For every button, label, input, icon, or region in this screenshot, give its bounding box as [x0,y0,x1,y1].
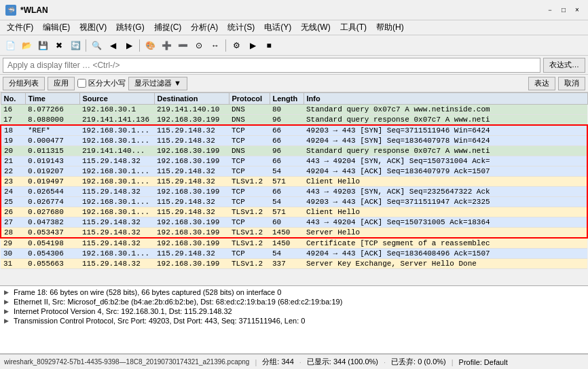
table-row[interactable]: 310.055663115.29.148.32192.168.30.199TLS… [1,259,587,269]
table-cell: 22 [1,166,25,177]
toolbar-sep-1 [86,39,86,52]
packet-list-button[interactable]: 分组列表 [3,77,45,90]
expression-button[interactable]: 衣达式… [543,58,585,73]
open-button[interactable]: 📂 [19,38,34,53]
expression-btn2[interactable]: 表达 [528,77,555,90]
prev-button[interactable]: ◀ [105,38,120,53]
apply-button[interactable]: 应用 [48,77,75,90]
table-cell: 192.168.30.199 [154,115,229,126]
table-cell: 23 [1,177,25,187]
table-row[interactable]: 240.026544115.29.148.32192.168.30.199TCP… [1,187,587,197]
save-button[interactable]: 💾 [35,38,50,53]
table-cell: TLSv1.2 [229,238,270,249]
reload-button[interactable]: 🔄 [68,38,83,53]
table-row[interactable]: 220.019207192.168.30.1...115.29.148.32TC… [1,166,587,177]
zoom-out-button[interactable]: ➖ [175,38,190,53]
table-row[interactable]: 230.019497192.168.30.1...115.29.148.32TL… [1,177,587,187]
table-cell: 49204 → 443 [SYN] Seq=1836407978 Win=642… [304,136,587,146]
menu-capture[interactable]: 捕捉(C) [150,20,186,35]
table-row[interactable]: 178.088000219.141.141.136192.168.30.199D… [1,115,587,126]
status-profile: Profile: Default [459,358,508,366]
table-cell: 31 [1,259,25,269]
table-cell: 443 → 49203 [SYN, ACK] Seq=2325647322 Ac… [304,187,587,197]
detail-item[interactable]: ▶Internet Protocol Version 4, Src: 192.1… [0,306,588,316]
stop-button[interactable]: ■ [261,38,276,53]
maximize-button[interactable]: □ [558,5,569,16]
table-cell: 54 [270,197,304,207]
menu-go[interactable]: 跳转(G) [112,20,148,35]
table-cell: 49204 → 443 [ACK] Seq=1836407979 Ack=150… [304,166,587,177]
detail-item-text: Ethernet II, Src: Microsof_d6:b2:be (b4:… [14,298,342,306]
table-cell: 0.027680 [25,207,79,217]
next-button[interactable]: ▶ [122,38,136,53]
table-cell: 0.026544 [25,187,79,197]
sub-toolbar: 分组列表 应用 区分大小写 显示过滤器 ▼ 表达 取消 [0,75,588,92]
display-filter-input[interactable] [3,58,540,73]
table-cell: 20 [1,146,25,156]
table-row[interactable]: 270.047382115.29.148.32192.168.30.199TCP… [1,217,587,228]
table-cell: 192.168.30.1 [79,105,154,115]
menu-edit[interactable]: 编辑(E) [39,20,74,35]
detail-item[interactable]: ▶Transmission Control Protocol, Src Port… [0,316,588,326]
cancel-button[interactable]: 取消 [558,77,585,90]
table-row[interactable]: 290.054198115.29.148.32192.168.30.199TLS… [1,238,587,249]
table-row[interactable]: 190.000477192.168.30.1...115.29.148.32TC… [1,136,587,146]
zoom-in-button[interactable]: ➕ [159,38,174,53]
packet-tbody: 168.077266192.168.30.1219.141.140.10DNS8… [1,105,587,269]
table-cell: TCP [229,125,270,136]
table-cell: 17 [1,115,25,126]
table-cell: 115.29.148.32 [154,136,229,146]
table-cell: TCP [229,249,270,259]
capture-options-button[interactable]: ⚙ [229,38,244,53]
menu-wireless[interactable]: 无线(W) [297,20,334,35]
menu-help[interactable]: 帮助(H) [372,20,408,35]
detail-item[interactable]: ▶Frame 18: 66 bytes on wire (528 bits), … [0,287,588,297]
colorize-button[interactable]: 🎨 [143,38,158,53]
menu-tools[interactable]: 工具(T) [336,20,371,35]
table-cell: 80 [270,105,304,115]
zoom-reset-button[interactable]: ⊙ [191,38,206,53]
menu-file[interactable]: 文件(F) [3,20,37,35]
table-row[interactable]: 260.027680192.168.30.1...115.29.148.32TL… [1,207,587,217]
close-button[interactable]: ✖ [52,38,67,53]
case-sensitive-checkbox[interactable] [77,79,86,88]
table-cell: 66 [270,156,304,166]
case-sensitive-label: 区分大小写 [88,78,126,88]
close-button[interactable]: × [572,5,583,16]
detail-item[interactable]: ▶Ethernet II, Src: Microsof_d6:b2:be (b4… [0,297,588,306]
find-button[interactable]: 🔍 [89,38,104,53]
detail-item-text: Transmission Control Protocol, Src Port:… [14,317,305,325]
menu-stats[interactable]: 统计(S) [223,20,259,35]
table-row[interactable]: 210.019143115.29.148.32192.168.30.199TCP… [1,156,587,166]
table-row[interactable]: 300.054306192.168.30.1...115.29.148.32TC… [1,249,587,259]
resize-button[interactable]: ↔ [208,38,223,53]
col-source: Source [79,93,154,105]
table-row[interactable]: 168.077266192.168.30.1219.141.140.10DNS8… [1,105,587,115]
table-cell: 1450 [270,238,304,249]
menu-phone[interactable]: 电话(Y) [260,20,295,35]
table-row[interactable]: 250.026774192.168.30.1...115.29.148.32TC… [1,197,587,207]
table-cell: 0.053437 [25,228,79,239]
table-cell: 24 [1,187,25,197]
start-button[interactable]: ▶ [245,38,260,53]
new-capture-button[interactable]: 📄 [3,38,18,53]
table-row[interactable]: 18*REF*192.168.30.1...115.29.148.32TCP66… [1,125,587,136]
menu-view[interactable]: 视图(V) [75,20,111,35]
table-cell: 192.168.30.199 [154,238,229,249]
table-cell: 443 → 49204 [ACK] Seq=150731005 Ack=1836… [304,217,587,228]
packet-table-wrapper[interactable]: No. Time Source Destination Protocol Len… [0,92,588,286]
table-row[interactable]: 200.011315219.141.140...192.168.30.199DN… [1,146,587,156]
table-cell: 27 [1,217,25,228]
status-packets: 分组: 344 [262,357,293,367]
table-cell: Server Hello [304,228,587,239]
detail-expand-icon: ▶ [4,317,11,324]
detail-panel: ▶Frame 18: 66 bytes on wire (528 bits), … [0,286,588,354]
menu-analyze[interactable]: 分析(A) [187,20,222,35]
status-sep-4: | [452,358,454,366]
table-cell: TLSv1.2 [229,177,270,187]
window-title: *WLAN [20,5,48,15]
display-filter-button[interactable]: 显示过滤器 ▼ [128,77,187,90]
minimize-button[interactable]: － [545,5,555,16]
table-row[interactable]: 280.053437115.29.148.32192.168.30.199TLS… [1,228,587,239]
table-cell: TCP [229,217,270,228]
